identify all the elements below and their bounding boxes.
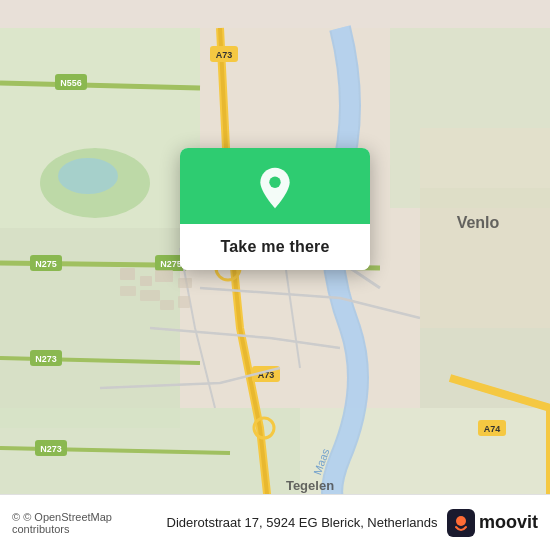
svg-text:A73: A73 <box>216 50 233 60</box>
map-container: A73 A73 A73 N556 N275 N275 N273 N273 A74 <box>0 0 550 550</box>
svg-text:N273: N273 <box>35 354 57 364</box>
svg-rect-33 <box>120 286 136 296</box>
address-text: Diderotstraat 17, 5924 EG Blerick, Nethe… <box>157 515 447 530</box>
take-me-there-button[interactable]: Take me there <box>180 224 370 270</box>
svg-text:N556: N556 <box>60 78 82 88</box>
map-background: A73 A73 A73 N556 N275 N275 N273 N273 A74 <box>0 0 550 550</box>
svg-text:Tegelen: Tegelen <box>286 478 334 493</box>
svg-point-41 <box>269 177 280 188</box>
copyright-text: © © OpenStreetMap contributors <box>12 511 157 535</box>
bottom-bar: © © OpenStreetMap contributors Diderotst… <box>0 494 550 550</box>
svg-text:N275: N275 <box>160 259 182 269</box>
popup-card: Take me there <box>180 148 370 270</box>
copyright-label: © OpenStreetMap contributors <box>12 511 112 535</box>
svg-rect-34 <box>140 290 160 301</box>
svg-text:Venlo: Venlo <box>457 214 500 231</box>
svg-point-43 <box>456 516 466 526</box>
svg-text:A74: A74 <box>484 424 501 434</box>
svg-point-40 <box>58 158 118 194</box>
svg-rect-35 <box>160 300 174 310</box>
popup-green-area <box>180 148 370 224</box>
svg-rect-32 <box>178 278 192 288</box>
location-pin-icon <box>253 166 297 210</box>
copyright-symbol: © <box>12 511 20 523</box>
moovit-logo: moovit <box>447 509 538 537</box>
svg-rect-29 <box>120 268 135 280</box>
svg-rect-31 <box>155 270 173 282</box>
svg-rect-30 <box>140 276 152 286</box>
moovit-logo-icon <box>447 509 475 537</box>
moovit-logo-text: moovit <box>479 512 538 533</box>
svg-text:N273: N273 <box>40 444 62 454</box>
svg-text:N275: N275 <box>35 259 57 269</box>
svg-rect-36 <box>178 296 190 308</box>
